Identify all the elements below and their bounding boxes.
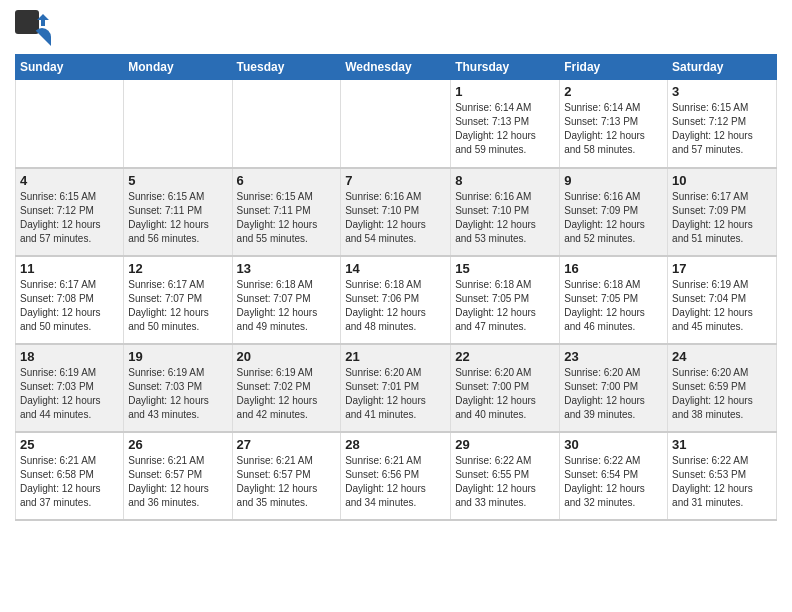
day-info: Sunrise: 6:21 AM Sunset: 6:58 PM Dayligh…: [20, 454, 119, 510]
week-row-2: 4Sunrise: 6:15 AM Sunset: 7:12 PM Daylig…: [16, 168, 777, 256]
day-info: Sunrise: 6:19 AM Sunset: 7:02 PM Dayligh…: [237, 366, 337, 422]
day-cell-26: 26Sunrise: 6:21 AM Sunset: 6:57 PM Dayli…: [124, 432, 232, 520]
day-number: 28: [345, 437, 446, 452]
empty-cell: [232, 80, 341, 168]
day-info: Sunrise: 6:22 AM Sunset: 6:53 PM Dayligh…: [672, 454, 772, 510]
day-info: Sunrise: 6:14 AM Sunset: 7:13 PM Dayligh…: [455, 101, 555, 157]
week-row-5: 25Sunrise: 6:21 AM Sunset: 6:58 PM Dayli…: [16, 432, 777, 520]
day-cell-5: 5Sunrise: 6:15 AM Sunset: 7:11 PM Daylig…: [124, 168, 232, 256]
day-cell-11: 11Sunrise: 6:17 AM Sunset: 7:08 PM Dayli…: [16, 256, 124, 344]
day-info: Sunrise: 6:20 AM Sunset: 7:00 PM Dayligh…: [564, 366, 663, 422]
weekday-header-tuesday: Tuesday: [232, 55, 341, 80]
day-number: 29: [455, 437, 555, 452]
day-info: Sunrise: 6:16 AM Sunset: 7:10 PM Dayligh…: [345, 190, 446, 246]
day-number: 24: [672, 349, 772, 364]
day-info: Sunrise: 6:14 AM Sunset: 7:13 PM Dayligh…: [564, 101, 663, 157]
day-cell-28: 28Sunrise: 6:21 AM Sunset: 6:56 PM Dayli…: [341, 432, 451, 520]
day-number: 17: [672, 261, 772, 276]
day-info: Sunrise: 6:15 AM Sunset: 7:12 PM Dayligh…: [20, 190, 119, 246]
empty-cell: [341, 80, 451, 168]
day-info: Sunrise: 6:17 AM Sunset: 7:09 PM Dayligh…: [672, 190, 772, 246]
week-row-3: 11Sunrise: 6:17 AM Sunset: 7:08 PM Dayli…: [16, 256, 777, 344]
day-cell-1: 1Sunrise: 6:14 AM Sunset: 7:13 PM Daylig…: [451, 80, 560, 168]
day-number: 9: [564, 173, 663, 188]
day-info: Sunrise: 6:20 AM Sunset: 7:01 PM Dayligh…: [345, 366, 446, 422]
day-cell-18: 18Sunrise: 6:19 AM Sunset: 7:03 PM Dayli…: [16, 344, 124, 432]
day-info: Sunrise: 6:18 AM Sunset: 7:05 PM Dayligh…: [564, 278, 663, 334]
day-info: Sunrise: 6:15 AM Sunset: 7:12 PM Dayligh…: [672, 101, 772, 157]
header: [15, 10, 777, 46]
weekday-header-thursday: Thursday: [451, 55, 560, 80]
day-number: 30: [564, 437, 663, 452]
day-cell-13: 13Sunrise: 6:18 AM Sunset: 7:07 PM Dayli…: [232, 256, 341, 344]
day-info: Sunrise: 6:22 AM Sunset: 6:54 PM Dayligh…: [564, 454, 663, 510]
day-number: 16: [564, 261, 663, 276]
page-container: SundayMondayTuesdayWednesdayThursdayFrid…: [0, 0, 792, 531]
day-info: Sunrise: 6:20 AM Sunset: 6:59 PM Dayligh…: [672, 366, 772, 422]
day-cell-16: 16Sunrise: 6:18 AM Sunset: 7:05 PM Dayli…: [560, 256, 668, 344]
day-cell-31: 31Sunrise: 6:22 AM Sunset: 6:53 PM Dayli…: [668, 432, 777, 520]
day-number: 31: [672, 437, 772, 452]
weekday-header-sunday: Sunday: [16, 55, 124, 80]
week-row-4: 18Sunrise: 6:19 AM Sunset: 7:03 PM Dayli…: [16, 344, 777, 432]
day-number: 10: [672, 173, 772, 188]
day-number: 18: [20, 349, 119, 364]
day-cell-8: 8Sunrise: 6:16 AM Sunset: 7:10 PM Daylig…: [451, 168, 560, 256]
day-info: Sunrise: 6:18 AM Sunset: 7:06 PM Dayligh…: [345, 278, 446, 334]
day-info: Sunrise: 6:21 AM Sunset: 6:57 PM Dayligh…: [128, 454, 227, 510]
day-number: 11: [20, 261, 119, 276]
day-cell-10: 10Sunrise: 6:17 AM Sunset: 7:09 PM Dayli…: [668, 168, 777, 256]
day-cell-24: 24Sunrise: 6:20 AM Sunset: 6:59 PM Dayli…: [668, 344, 777, 432]
day-number: 14: [345, 261, 446, 276]
day-cell-29: 29Sunrise: 6:22 AM Sunset: 6:55 PM Dayli…: [451, 432, 560, 520]
day-cell-20: 20Sunrise: 6:19 AM Sunset: 7:02 PM Dayli…: [232, 344, 341, 432]
day-number: 1: [455, 84, 555, 99]
day-cell-25: 25Sunrise: 6:21 AM Sunset: 6:58 PM Dayli…: [16, 432, 124, 520]
weekday-header-wednesday: Wednesday: [341, 55, 451, 80]
day-number: 2: [564, 84, 663, 99]
day-number: 21: [345, 349, 446, 364]
weekday-header-saturday: Saturday: [668, 55, 777, 80]
calendar-table: SundayMondayTuesdayWednesdayThursdayFrid…: [15, 54, 777, 521]
empty-cell: [124, 80, 232, 168]
day-info: Sunrise: 6:19 AM Sunset: 7:03 PM Dayligh…: [20, 366, 119, 422]
day-number: 13: [237, 261, 337, 276]
day-number: 12: [128, 261, 227, 276]
day-cell-15: 15Sunrise: 6:18 AM Sunset: 7:05 PM Dayli…: [451, 256, 560, 344]
logo: [15, 10, 53, 46]
day-number: 26: [128, 437, 227, 452]
empty-cell: [16, 80, 124, 168]
day-cell-2: 2Sunrise: 6:14 AM Sunset: 7:13 PM Daylig…: [560, 80, 668, 168]
day-info: Sunrise: 6:15 AM Sunset: 7:11 PM Dayligh…: [128, 190, 227, 246]
day-number: 3: [672, 84, 772, 99]
day-info: Sunrise: 6:19 AM Sunset: 7:04 PM Dayligh…: [672, 278, 772, 334]
day-info: Sunrise: 6:17 AM Sunset: 7:07 PM Dayligh…: [128, 278, 227, 334]
day-cell-27: 27Sunrise: 6:21 AM Sunset: 6:57 PM Dayli…: [232, 432, 341, 520]
day-info: Sunrise: 6:20 AM Sunset: 7:00 PM Dayligh…: [455, 366, 555, 422]
day-cell-3: 3Sunrise: 6:15 AM Sunset: 7:12 PM Daylig…: [668, 80, 777, 168]
day-number: 4: [20, 173, 119, 188]
day-cell-14: 14Sunrise: 6:18 AM Sunset: 7:06 PM Dayli…: [341, 256, 451, 344]
day-cell-19: 19Sunrise: 6:19 AM Sunset: 7:03 PM Dayli…: [124, 344, 232, 432]
day-cell-17: 17Sunrise: 6:19 AM Sunset: 7:04 PM Dayli…: [668, 256, 777, 344]
day-cell-4: 4Sunrise: 6:15 AM Sunset: 7:12 PM Daylig…: [16, 168, 124, 256]
weekday-header-friday: Friday: [560, 55, 668, 80]
day-info: Sunrise: 6:21 AM Sunset: 6:57 PM Dayligh…: [237, 454, 337, 510]
day-number: 19: [128, 349, 227, 364]
day-number: 8: [455, 173, 555, 188]
day-cell-7: 7Sunrise: 6:16 AM Sunset: 7:10 PM Daylig…: [341, 168, 451, 256]
week-row-1: 1Sunrise: 6:14 AM Sunset: 7:13 PM Daylig…: [16, 80, 777, 168]
day-info: Sunrise: 6:22 AM Sunset: 6:55 PM Dayligh…: [455, 454, 555, 510]
day-number: 5: [128, 173, 227, 188]
day-cell-6: 6Sunrise: 6:15 AM Sunset: 7:11 PM Daylig…: [232, 168, 341, 256]
day-info: Sunrise: 6:18 AM Sunset: 7:05 PM Dayligh…: [455, 278, 555, 334]
day-cell-30: 30Sunrise: 6:22 AM Sunset: 6:54 PM Dayli…: [560, 432, 668, 520]
weekday-header-row: SundayMondayTuesdayWednesdayThursdayFrid…: [16, 55, 777, 80]
day-number: 7: [345, 173, 446, 188]
day-number: 22: [455, 349, 555, 364]
day-info: Sunrise: 6:16 AM Sunset: 7:09 PM Dayligh…: [564, 190, 663, 246]
day-cell-9: 9Sunrise: 6:16 AM Sunset: 7:09 PM Daylig…: [560, 168, 668, 256]
day-cell-12: 12Sunrise: 6:17 AM Sunset: 7:07 PM Dayli…: [124, 256, 232, 344]
day-cell-21: 21Sunrise: 6:20 AM Sunset: 7:01 PM Dayli…: [341, 344, 451, 432]
day-info: Sunrise: 6:21 AM Sunset: 6:56 PM Dayligh…: [345, 454, 446, 510]
